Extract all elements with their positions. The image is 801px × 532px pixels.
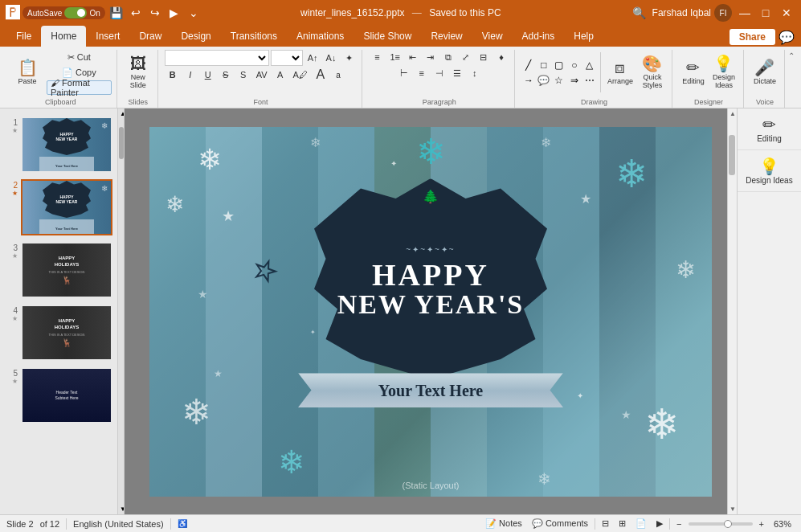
format-painter-button[interactable]: 🖌 Format Painter	[47, 80, 112, 95]
minimize-button[interactable]: —	[737, 5, 753, 21]
list-item[interactable]: 5 ★ Header TextSubtext Here	[3, 366, 114, 425]
tab-review[interactable]: Review	[421, 26, 472, 47]
highlight-button[interactable]: A🖊	[290, 68, 311, 82]
slide-thumb-2[interactable]: HAPPYNEW YEAR Your Text Here ❄	[21, 179, 112, 235]
collapse-ribbon-button[interactable]: ⌃	[787, 50, 796, 62]
line-shape[interactable]: ╱	[521, 58, 536, 72]
text-direction-button[interactable]: ⤢	[458, 50, 474, 64]
canvas-scroll-thumb[interactable]	[729, 135, 735, 175]
autosave-toggle[interactable]	[64, 7, 87, 18]
editing-panel-button[interactable]: ✏ Editing	[738, 108, 801, 150]
triangle-shape[interactable]: △	[582, 58, 597, 72]
scroll-down-button[interactable]: ▼	[118, 504, 124, 514]
present-button[interactable]: ▶	[166, 5, 182, 21]
slide-thumb-4[interactable]: HAPPYHOLIDAYS THIS IS A TEXT DESIGN 🦌	[21, 305, 112, 361]
block-arrow-shape[interactable]: ⇒	[567, 73, 582, 88]
list-item[interactable]: 3 ★ HAPPYHOLIDAYS THIS IS A TEXT DESIGN …	[3, 240, 114, 300]
numbering-button[interactable]: 1≡	[386, 50, 403, 64]
strikethrough-button[interactable]: S	[218, 68, 234, 82]
callout-shape[interactable]: 💬	[537, 73, 551, 88]
tab-draw[interactable]: Draw	[129, 26, 171, 47]
redo-button[interactable]: ↪	[147, 5, 163, 21]
save-button[interactable]: 💾	[108, 5, 125, 21]
zoom-out-button[interactable]: −	[673, 518, 685, 530]
shadow-button[interactable]: S	[235, 68, 251, 82]
columns-button[interactable]: ⧉	[440, 50, 456, 64]
zoom-thumb[interactable]	[724, 520, 732, 528]
dictate-button[interactable]: 🎤 Dictate	[750, 51, 779, 93]
rect-shape[interactable]: □	[537, 58, 551, 72]
zoom-slider[interactable]	[689, 522, 753, 526]
tab-addins[interactable]: Add-ins	[513, 26, 565, 47]
canvas-scroll-down[interactable]: ▼	[728, 504, 737, 514]
slide-thumb-5[interactable]: Header TextSubtext Here	[21, 367, 112, 424]
zoom-in-button[interactable]: +	[756, 518, 767, 530]
scroll-thumb[interactable]	[119, 127, 124, 159]
justify-button[interactable]: ☰	[449, 66, 465, 80]
spacing-button[interactable]: AV	[253, 68, 271, 82]
align-text-button[interactable]: ⊟	[476, 50, 492, 64]
quick-styles-button[interactable]: 🎨 QuickStyles	[638, 51, 667, 93]
bullets-button[interactable]: ≡	[369, 50, 385, 64]
tab-help[interactable]: Help	[564, 26, 603, 47]
zoom-percent[interactable]: 63%	[770, 518, 795, 530]
align-center-button[interactable]: ≡	[414, 66, 430, 80]
more-options-button[interactable]: ⌄	[186, 5, 202, 21]
editing-button[interactable]: ✏ Editing	[679, 51, 708, 93]
canvas-vscrollbar[interactable]: ▲ ▼	[727, 108, 737, 514]
tab-transitions[interactable]: Transitions	[221, 26, 287, 47]
design-ideas-button[interactable]: 💡 DesignIdeas	[709, 51, 738, 93]
increase-indent-button[interactable]: ⇥	[423, 50, 439, 64]
comment-button[interactable]: 💬	[779, 30, 795, 45]
underline-button[interactable]: U	[200, 68, 216, 82]
share-button[interactable]: Share	[729, 29, 775, 45]
list-item[interactable]: 2 ★ HAPPYNEW YEAR Your Text Here	[3, 178, 114, 237]
font-size-select[interactable]	[271, 50, 303, 66]
align-right-button[interactable]: ⊣	[431, 66, 447, 80]
bold-button[interactable]: B	[165, 68, 181, 82]
font-color-button[interactable]: A	[272, 68, 288, 82]
main-slide-canvas[interactable]: ❄ ❄ ❄ ❄ ❄ ❄ ❄ ❄ ❄ ❄ ★ ★ ★ ★ ★ ★ ❄ ✦ ✦ ✦ …	[149, 127, 712, 497]
reading-view-button[interactable]: 📄	[632, 518, 650, 530]
design-ideas-panel-button[interactable]: 💡 Design Ideas	[738, 150, 801, 192]
scroll-up-button[interactable]: ▲	[118, 108, 124, 119]
tab-file[interactable]: File	[6, 26, 41, 47]
comments-status-button[interactable]: 💬 Comments	[529, 518, 591, 530]
tab-home[interactable]: Home	[41, 26, 86, 47]
normal-view-button[interactable]: ⊟	[599, 518, 612, 530]
arrow-shape[interactable]: →	[521, 73, 536, 88]
user-area[interactable]: Farshad Iqbal FI	[652, 4, 732, 22]
list-item[interactable]: 1 ★ HAPPYNEW YEAR Your Text Here	[3, 115, 114, 174]
tab-design[interactable]: Design	[171, 26, 220, 47]
clear-format-button[interactable]: ✦	[341, 51, 357, 65]
more-shapes[interactable]: ⋯	[582, 73, 597, 88]
cut-button[interactable]: ✂ Cut	[47, 50, 112, 64]
canvas-scroll-up[interactable]: ▲	[728, 108, 737, 119]
tab-view[interactable]: View	[472, 26, 513, 47]
new-slide-button[interactable]: 🖼 NewSlide	[124, 51, 153, 93]
decrease-indent-button[interactable]: ⇤	[405, 50, 421, 64]
line-spacing-button[interactable]: ↕	[467, 66, 483, 80]
slideshow-button[interactable]: ▶	[653, 518, 666, 530]
list-item[interactable]: 4 ★ HAPPYHOLIDAYS THIS IS A TEXT DESIGN …	[3, 303, 114, 362]
maximize-button[interactable]: □	[758, 5, 774, 21]
font-family-select[interactable]	[165, 50, 269, 66]
rounded-rect-shape[interactable]: ▢	[552, 58, 566, 72]
slide-thumb-1[interactable]: HAPPYNEW YEAR Your Text Here ❄	[21, 117, 112, 173]
oval-shape[interactable]: ○	[567, 58, 582, 72]
search-button[interactable]: 🔍	[631, 5, 648, 21]
slide-list-scrollbar[interactable]: ▲ ▼	[117, 108, 124, 514]
slide-sorter-button[interactable]: ⊞	[615, 518, 629, 530]
star-shape[interactable]: ☆	[552, 73, 566, 88]
slide-thumb-3[interactable]: HAPPYHOLIDAYS THIS IS A TEXT DESIGN 🦌	[21, 242, 112, 298]
align-left-button[interactable]: ⊢	[396, 66, 412, 80]
banner[interactable]: Your Text Here	[298, 373, 563, 407]
close-button[interactable]: ✕	[779, 5, 795, 21]
tab-animations[interactable]: Animations	[287, 26, 354, 47]
autosave-badge[interactable]: AutoSave On	[22, 6, 105, 19]
notes-button[interactable]: 📝 Notes	[482, 518, 525, 530]
paste-button[interactable]: 📋 Paste	[10, 51, 45, 93]
tab-slideshow[interactable]: Slide Show	[354, 26, 421, 47]
increase-font-button[interactable]: A↑	[304, 51, 321, 65]
arrange-button[interactable]: ⧈ Arrange	[604, 51, 636, 93]
